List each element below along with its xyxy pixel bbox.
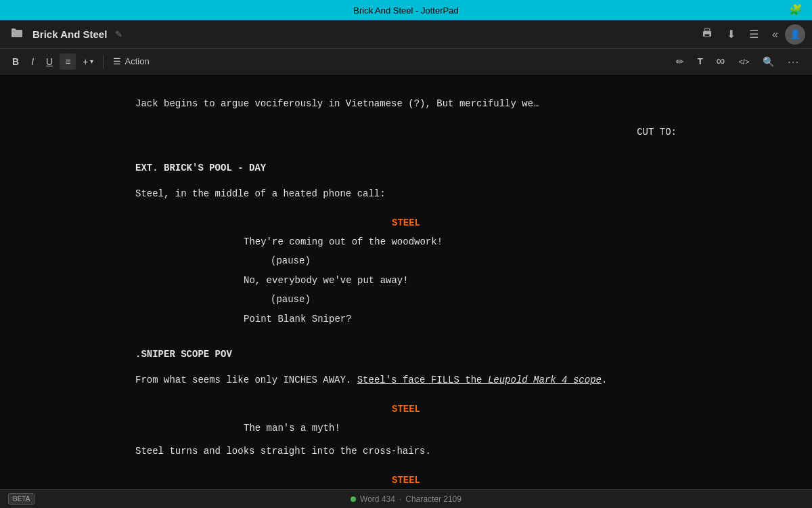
link-button[interactable]: ∞ xyxy=(711,51,731,71)
print-icon xyxy=(701,27,713,42)
folder-button[interactable] xyxy=(7,25,27,44)
status-text: Word 434 · Character 2109 xyxy=(351,494,461,504)
element-type-selector[interactable]: ☰ Action xyxy=(108,54,155,69)
right-toolbar: « 👤 xyxy=(768,24,805,45)
doc-title-area: Brick And Steel ✎ xyxy=(32,26,692,42)
doc-title: Brick And Steel xyxy=(32,28,107,40)
parenthetical-text-1: (pause) xyxy=(271,255,311,266)
scene-heading-text-1: EXT. BRICK'S POOL - DAY xyxy=(135,163,266,173)
status-dot xyxy=(351,496,356,502)
element-name: Action xyxy=(125,56,150,66)
dialogue-3: Point Blank Sniper? xyxy=(244,312,568,326)
action-text-3b: Steel's face FILLS the Leupold Mark 4 sc… xyxy=(357,375,602,385)
char-count: Character 2109 xyxy=(405,494,461,504)
list-icon: ☰ xyxy=(749,28,759,41)
collapse-button[interactable]: « xyxy=(768,26,782,43)
beta-badge: BETA xyxy=(8,493,35,505)
avatar-icon: 👤 xyxy=(790,29,800,39)
print-button[interactable] xyxy=(697,24,717,45)
scene-heading-text-2: .SNIPER SCOPE POV xyxy=(135,349,232,360)
action-text-2: Steel, in the middle of a heated phone c… xyxy=(135,188,386,199)
search-button[interactable]: 🔍 xyxy=(757,54,780,70)
edit-mode-button[interactable]: ✏ xyxy=(671,54,690,70)
pencil-icon: ✏ xyxy=(676,56,684,67)
status-separator: · xyxy=(399,494,401,504)
download-button[interactable]: ⬇ xyxy=(723,25,740,43)
doc-toolbar: Brick And Steel ✎ ⬇ ☰ « 👤 xyxy=(0,20,812,49)
link-icon: ∞ xyxy=(717,54,725,68)
chevron-icon: ▾ xyxy=(90,58,93,65)
svg-rect-2 xyxy=(704,34,710,37)
toolbar-divider xyxy=(103,55,104,68)
right-format-tools: ✏ T ∞ </> 🔍 ··· xyxy=(671,51,805,71)
code-button[interactable]: </> xyxy=(733,55,754,68)
character-name-3: STEEL xyxy=(135,473,677,488)
more-icon: ··· xyxy=(788,56,800,67)
avatar-button[interactable]: 👤 xyxy=(785,24,805,45)
action-text-1: Jack begins to argue vociferously in Vie… xyxy=(135,98,539,109)
top-bar: Brick And Steel - JotterPad 🧩 xyxy=(0,0,812,20)
dialogue-text-1: They're coming out of the woodwork! xyxy=(244,236,443,247)
download-icon: ⬇ xyxy=(727,28,736,41)
align-button[interactable]: ≡ xyxy=(60,54,76,70)
transition-text-1: CUT TO: xyxy=(637,127,677,137)
italic-button[interactable]: I xyxy=(26,54,39,70)
screenplay: Jack begins to argue vociferously in Vie… xyxy=(135,96,677,488)
format-toolbar: B I U ≡ + ▾ ☰ Action ✏ T ∞ </> 🔍 ··· xyxy=(0,49,812,75)
character-name-1: STEEL xyxy=(135,215,677,230)
rename-button[interactable]: ✎ xyxy=(111,26,127,42)
add-element-button[interactable]: + ▾ xyxy=(77,54,98,70)
parenthetical-2: (pause) xyxy=(271,292,541,307)
scene-heading-2: .SNIPER SCOPE POV xyxy=(135,347,677,362)
character-name-2: STEEL xyxy=(135,402,677,417)
action-text-italic: Leupold Mark 4 scope xyxy=(488,375,602,385)
parenthetical-1: (pause) xyxy=(271,253,541,268)
dialogue-text-4: The man's a myth! xyxy=(244,423,340,433)
dialogue-2: No, everybody we've put away! xyxy=(244,273,568,288)
dialogue-text-2: No, everybody we've put away! xyxy=(244,275,409,286)
code-icon: </> xyxy=(738,58,749,66)
plus-icon: + xyxy=(83,56,88,67)
action-line-2: Steel, in the middle of a heated phone c… xyxy=(135,186,677,201)
action-line-4: Steel turns and looks straight into the … xyxy=(135,444,677,459)
collapse-icon: « xyxy=(772,28,778,41)
type-icon: T xyxy=(698,56,703,66)
parenthetical-text-2: (pause) xyxy=(271,294,311,305)
outline-button[interactable]: ☰ xyxy=(745,25,763,43)
align-icon: ≡ xyxy=(65,56,70,67)
content-area[interactable]: Jack begins to argue vociferously in Vie… xyxy=(0,75,812,489)
more-button[interactable]: ··· xyxy=(782,54,805,70)
edit-icon: ✎ xyxy=(115,29,122,39)
app-title: Brick And Steel - JotterPad xyxy=(353,5,458,16)
search-icon: 🔍 xyxy=(763,56,774,67)
action-text-3c: . xyxy=(602,375,607,385)
status-bar: BETA Word 434 · Character 2109 xyxy=(0,489,812,508)
underline-button[interactable]: U xyxy=(41,54,58,70)
element-icon: ☰ xyxy=(113,56,121,66)
action-line-3: From what seems like only INCHES AWAY. S… xyxy=(135,373,677,387)
scene-heading-1: EXT. BRICK'S POOL - DAY xyxy=(135,161,677,175)
puzzle-icon[interactable]: 🧩 xyxy=(789,3,803,17)
action-text-4: Steel turns and looks straight into the … xyxy=(135,446,431,457)
typewriter-button[interactable]: T xyxy=(692,54,708,69)
svg-rect-1 xyxy=(704,28,710,31)
bold-button[interactable]: B xyxy=(7,54,24,70)
folder-icon xyxy=(11,28,23,41)
dialogue-4: The man's a myth! xyxy=(244,421,568,436)
dialogue-1: They're coming out of the woodwork! xyxy=(244,234,568,249)
action-text-3a: From what seems like only INCHES AWAY. xyxy=(135,375,351,385)
transition-1: CUT TO: xyxy=(135,125,677,140)
dialogue-text-3: Point Blank Sniper? xyxy=(244,314,352,324)
action-line-1: Jack begins to argue vociferously in Vie… xyxy=(135,96,677,111)
word-count: Word 434 xyxy=(360,494,395,504)
